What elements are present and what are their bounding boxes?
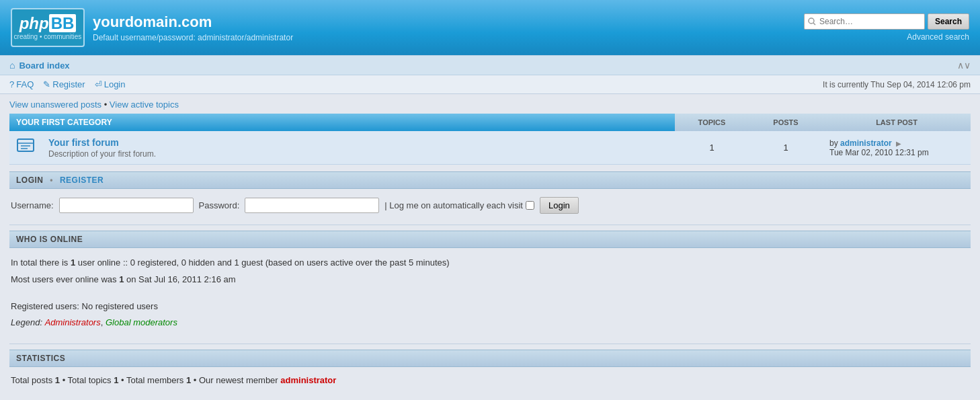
breadcrumb-board-index-link[interactable]: Board index [19, 61, 69, 71]
total-posts-value: 1 [55, 375, 60, 385]
font-size-controls[interactable]: ∧∨ [957, 60, 971, 71]
search-input[interactable] [804, 13, 925, 30]
login-icon: ⏎ [95, 79, 102, 89]
site-domain: yourdomain.com [93, 13, 293, 31]
online-legend: Legend: Administrators, Global moderator… [11, 316, 969, 330]
svg-rect-0 [17, 139, 34, 151]
forum-icon-cell [9, 131, 42, 165]
header: phpBB creating • communities yourdomain.… [0, 0, 980, 55]
nav-links: ? FAQ ✎ Register ⏎ Login [9, 79, 125, 89]
login-button[interactable]: Login [540, 197, 579, 214]
username-label: Username: [11, 200, 54, 210]
last-post-view-icon: ▶ [896, 140, 901, 147]
topics-col-header: TOPICS [675, 114, 749, 131]
last-post-col-header: LAST POST [823, 114, 971, 131]
breadcrumb-bar: ⌂ Board index ∧∨ [0, 55, 980, 75]
site-title: yourdomain.com Default username/password… [93, 13, 293, 42]
statistics-header: STATISTICS [9, 350, 971, 367]
password-input[interactable] [245, 198, 379, 213]
table-row: Your first forum Description of your fir… [9, 131, 971, 165]
who-online-section: In total there is 1 user online :: 0 reg… [9, 253, 971, 341]
auto-login-label: | Log me on automatically each visit [384, 200, 534, 210]
forum-info-cell: Your first forum Description of your fir… [42, 131, 675, 165]
phpbb-logo-text: phpBB [19, 15, 77, 32]
forum-topics-count: 1 [675, 131, 749, 165]
total-members-label: Total members [126, 375, 183, 385]
admins-legend-link[interactable]: Administrators [45, 317, 101, 327]
online-line1: In total there is 1 user online :: 0 reg… [11, 256, 969, 270]
statistics-section: Total posts 1 • Total topics 1 • Total m… [9, 372, 971, 393]
current-time: It is currently Thu Sep 04, 2014 12:06 p… [823, 80, 971, 89]
divider-2 [9, 344, 971, 344]
who-online-header: WHO IS ONLINE [9, 231, 971, 248]
faq-link[interactable]: ? FAQ [9, 79, 34, 89]
forum-last-post: by administrator ▶ Tue Mar 02, 2010 12:3… [823, 131, 971, 165]
total-topics-label: Total topics [68, 375, 112, 385]
online-registered: Registered users: No registered users [11, 300, 969, 314]
logo-tagline: creating • communities [14, 33, 82, 40]
mods-legend-link[interactable]: Global moderators [106, 317, 177, 327]
newest-member-link[interactable]: administrator [280, 375, 336, 385]
view-links: View unanswered posts • View active topi… [9, 94, 971, 114]
forum-name-link[interactable]: Your first forum [48, 137, 119, 148]
newest-member-label: Our newest member [199, 375, 278, 385]
advanced-search-link[interactable]: Advanced search [907, 32, 969, 42]
category-header: YOUR FIRST CATEGORY [9, 114, 675, 131]
logo-box: phpBB creating • communities [11, 8, 85, 47]
username-input[interactable] [59, 198, 194, 213]
login-form: Username: Password: | Log me on automati… [9, 194, 971, 222]
forum-posts-count: 1 [749, 131, 823, 165]
logo-area: phpBB creating • communities yourdomain.… [11, 8, 293, 47]
search-area: Search Advanced search [804, 13, 969, 42]
total-posts-label: Total posts [11, 375, 52, 385]
register-link[interactable]: ✎ Register [43, 79, 85, 89]
last-post-time: Tue Mar 02, 2010 12:31 pm [829, 148, 929, 157]
total-members-value: 1 [186, 375, 191, 385]
register-icon: ✎ [43, 79, 50, 89]
home-icon: ⌂ [9, 60, 15, 71]
forum-description: Description of your first forum. [48, 149, 668, 159]
forum-name: Your first forum [48, 137, 668, 148]
faq-icon: ? [9, 79, 14, 89]
view-active-link[interactable]: View active topics [110, 99, 179, 110]
forum-icon [16, 136, 35, 155]
register-section-link[interactable]: REGISTER [60, 175, 104, 185]
search-row: Search [804, 13, 969, 30]
posts-col-header: POSTS [749, 114, 823, 131]
login-section-header: LOGIN • REGISTER [9, 171, 971, 189]
auto-login-checkbox[interactable] [526, 201, 534, 210]
search-button[interactable]: Search [928, 13, 969, 30]
nav-bar: ? FAQ ✎ Register ⏎ Login It is currently… [0, 75, 980, 94]
password-label: Password: [199, 200, 240, 210]
forum-table: YOUR FIRST CATEGORY TOPICS POSTS LAST PO… [9, 114, 971, 165]
view-unanswered-link[interactable]: View unanswered posts [9, 99, 101, 110]
total-topics-value: 1 [114, 375, 118, 385]
divider-1 [9, 225, 971, 225]
breadcrumb: ⌂ Board index [9, 60, 70, 71]
last-post-author-link[interactable]: administrator [840, 138, 892, 148]
login-link[interactable]: ⏎ Login [95, 79, 126, 89]
online-line2: Most users ever online was 1 on Sat Jul … [11, 273, 969, 287]
site-subtitle: Default username/password: administrator… [93, 33, 293, 42]
main-content: View unanswered posts • View active topi… [0, 94, 980, 400]
